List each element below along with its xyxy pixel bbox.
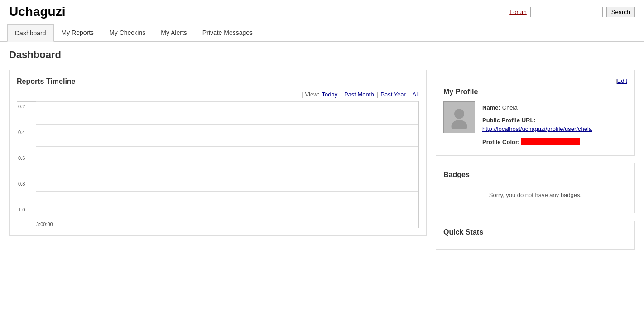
search-input[interactable] (530, 7, 603, 17)
tab-private-messages[interactable]: Private Messages (195, 24, 260, 41)
profile-edit-link[interactable]: Edit (617, 77, 627, 84)
svg-point-0 (454, 109, 464, 119)
search-button[interactable]: Search (606, 7, 635, 17)
profile-title: My Profile (443, 88, 627, 96)
left-column: Reports Timeline | View: Today | Past Mo… (9, 70, 427, 250)
timeline-chart: 1.0 0.8 0.6 0.4 0.2 (17, 101, 419, 228)
profile-url-link[interactable]: http://localhost/uchaguzi/profile/user/c… (482, 125, 592, 132)
gridline-10 (36, 101, 418, 102)
url-label: Public Profile URL: (482, 117, 536, 124)
timeline-title: Reports Timeline (17, 77, 419, 86)
badges-title: Badges (443, 171, 627, 179)
tab-my-reports[interactable]: My Reports (54, 24, 102, 41)
view-past-year-link[interactable]: Past Year (380, 91, 406, 98)
view-today-link[interactable]: Today (322, 91, 338, 98)
view-label: | View: (302, 91, 320, 98)
header: Uchaguzi Forum Search (0, 0, 644, 22)
tab-my-checkins[interactable]: My Checkins (101, 24, 153, 41)
main-content: Dashboard Reports Timeline | View: Today… (0, 42, 644, 257)
view-past-month-link[interactable]: Past Month (344, 91, 374, 98)
profile-edit-row: | Edit (443, 77, 627, 84)
profile-url-row: Public Profile URL: http://localhost/uch… (482, 114, 627, 135)
badges-empty-message: Sorry, you do not have any badges. (443, 184, 627, 206)
profile-color-bar (521, 138, 580, 145)
profile-name-row: Name: Chela (482, 101, 627, 114)
profile-details: Name: Chela Public Profile URL: http://l… (482, 101, 627, 148)
nav-tabs: Dashboard My Reports My Checkins My Aler… (0, 24, 644, 42)
tab-dashboard[interactable]: Dashboard (7, 24, 54, 42)
profile-card: | Edit My Profile Name: Chela (436, 70, 635, 156)
quick-stats-title: Quick Stats (443, 228, 627, 236)
dashboard-columns: Reports Timeline | View: Today | Past Mo… (9, 70, 635, 250)
timeline-card: Reports Timeline | View: Today | Past Mo… (9, 70, 427, 236)
gridline-06 (36, 146, 418, 147)
tab-my-alerts[interactable]: My Alerts (153, 24, 195, 41)
timeline-view-row: | View: Today | Past Month | Past Year |… (17, 91, 419, 98)
avatar-icon (448, 106, 471, 129)
right-column: | Edit My Profile Name: Chela (436, 70, 635, 250)
gridline-08 (36, 124, 418, 125)
view-all-link[interactable]: All (413, 91, 419, 98)
avatar (443, 101, 475, 133)
app-title: Uchaguzi (9, 5, 65, 19)
profile-color-row: Profile Color: (482, 135, 627, 148)
chart-x-label: 3:00:00 (36, 220, 53, 228)
profile-body: Name: Chela Public Profile URL: http://l… (443, 101, 627, 148)
name-label: Name: (482, 104, 500, 111)
badges-card: Badges Sorry, you do not have any badges… (436, 163, 635, 213)
header-right: Forum Search (509, 7, 635, 17)
chart-y-labels: 1.0 0.8 0.6 0.4 0.2 (17, 102, 36, 214)
forum-link[interactable]: Forum (509, 9, 527, 15)
page-title: Dashboard (9, 49, 635, 61)
gridline-04 (36, 169, 418, 169)
chart-plot (36, 102, 418, 214)
name-value: Chela (502, 104, 518, 111)
color-label: Profile Color: (482, 139, 519, 145)
gridline-02 (36, 191, 418, 192)
svg-point-1 (452, 120, 467, 129)
quick-stats-card: Quick Stats (436, 221, 635, 250)
